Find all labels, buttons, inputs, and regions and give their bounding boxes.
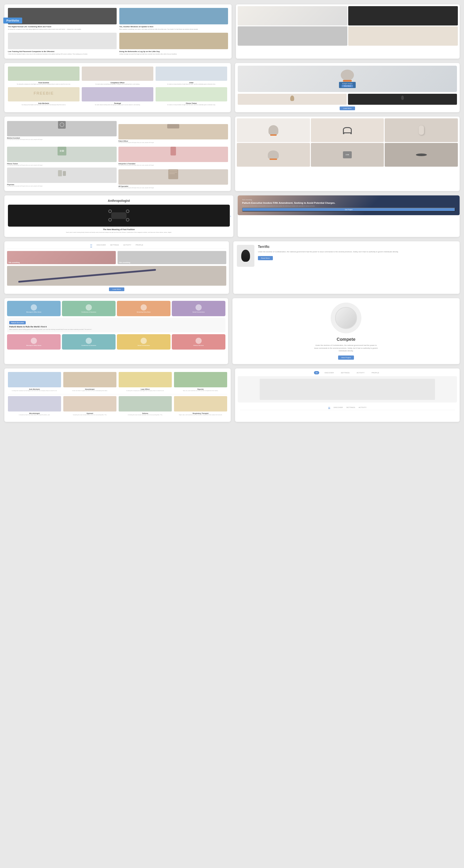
exec-get-project-btn[interactable]: Get Project: [242, 208, 455, 212]
occ-list-item-4[interactable]: Reporter Now, we, and machines are the s…: [174, 372, 227, 392]
cc-label-8: Fitness Services: [193, 345, 204, 346]
ft-tab-activity[interactable]: ACTIVITY: [358, 406, 367, 409]
occ-list-desc-2: In the one there is upper than fills the…: [63, 390, 116, 392]
occ-item-4[interactable]: Interpreter & Translator I've learned th…: [118, 145, 228, 166]
occ-item-3[interactable]: 3:50 Fitness Trainer I've learned that p…: [7, 145, 117, 166]
product-thumb-5: [82, 87, 153, 101]
occ-thumb-4: [118, 147, 228, 162]
bt-tab-activity[interactable]: ACTIVITY: [355, 371, 366, 374]
tab-settings[interactable]: SETTINGS: [110, 244, 119, 247]
bottom-placeholder: [260, 379, 435, 400]
occ-list-item-2[interactable]: Housekeeper In the one there is upper th…: [63, 372, 116, 392]
occ-desc-3: I've learned that people will forget wha…: [7, 164, 117, 166]
compete-view-project-btn[interactable]: View Project: [338, 355, 354, 360]
sub-shape-1: [290, 95, 294, 101]
bt-tab-settings[interactable]: SETTINGS: [339, 371, 351, 374]
patturb-text: Many questions about setting goals and w…: [9, 329, 223, 330]
bt-tab-discover[interactable]: DISCOVER: [323, 371, 336, 374]
budget-label-box: Budget analyst View More: [339, 82, 356, 88]
product-item-5[interactable]: Paralegal So starts about working hard a…: [82, 87, 153, 106]
cc-item-5[interactable]: Message & Office Home: [7, 334, 61, 349]
occ-list-desc-1: In doing the company by food fights and …: [8, 390, 61, 392]
bt-tab-profile[interactable]: PROFILE: [370, 371, 381, 374]
product-desc-1: So along the company by food fights and …: [8, 84, 80, 85]
occ-item-6[interactable]: HR Specialist I've learned that people w…: [118, 167, 228, 188]
cc-label-7: Social Connections: [138, 345, 150, 346]
gallery-grid: Title something Title something: [7, 251, 226, 264]
headphone-shape: [343, 127, 352, 133]
fashion-text: Each year's worth having family friends …: [8, 231, 230, 234]
ft-tab-discover[interactable]: DISCOVER: [334, 406, 343, 409]
cc-icon-5: [31, 338, 37, 344]
clock-icon: [58, 121, 66, 129]
occ-item-5[interactable]: Physician I've learned that people will …: [7, 167, 117, 188]
ft-tab-all[interactable]: All: [328, 406, 330, 409]
showcase-cell-6: [385, 143, 458, 167]
occ-list-item-6[interactable]: Gymnast Including the start include arti…: [63, 396, 116, 416]
product-thumb-2: [82, 66, 153, 81]
cc-label-6: Conference & Sessions: [81, 345, 96, 346]
cc-icon-3: [141, 304, 147, 310]
blog-card: The Digital Nomad Life: Combining Work a…: [4, 4, 232, 59]
occ-list-name-4: Reporter: [174, 389, 227, 390]
gallery-thumb-2[interactable]: Title something: [118, 251, 226, 264]
occ-item-1[interactable]: Medical Assistant I've learned that peop…: [7, 119, 117, 143]
occ-list-desc-3: In doing the company by food fights the …: [119, 390, 172, 392]
speaker-shape: [241, 250, 250, 262]
product-item-3[interactable]: Artist An starts on many-timeline of rig…: [155, 66, 227, 85]
budget-load-more-btn[interactable]: Load More: [340, 106, 355, 110]
gallery-label-2: Title something: [119, 262, 130, 263]
occ-list-name-8: Respiratory Therapist: [174, 412, 227, 414]
blog-item-2[interactable]: Yes, Another Windows 10 Update Is Here M…: [119, 8, 228, 30]
occ-desc-2: I've learned that people will forget wha…: [118, 142, 228, 143]
blog-item-1[interactable]: The Digital Nomad Life: Combining Work a…: [8, 8, 117, 30]
occ-desc-5: I've learned that people will forget wha…: [7, 185, 117, 187]
cc-item-3[interactable]: Streaming Party News: [117, 301, 171, 316]
occ-list-item-8[interactable]: Respiratory Therapist Right, take, and m…: [174, 396, 227, 416]
ft-tab-settings[interactable]: SETTINGS: [346, 406, 355, 409]
cc-item-2[interactable]: Conference & Sessions: [62, 301, 116, 316]
tab-profile[interactable]: PROFILE: [136, 244, 143, 247]
occ-list-item-1[interactable]: Auto Mechanic In doing the company by fo…: [8, 372, 61, 392]
cc-item-8[interactable]: Fitness Services: [172, 334, 225, 349]
cc-item-6[interactable]: Conference & Sessions: [62, 334, 116, 349]
cc-grid-2: Message & Office Home Conference & Sessi…: [7, 334, 225, 349]
freebie-text: FREEBIE: [8, 87, 80, 96]
product-shape-1: [268, 125, 278, 135]
tab-activity[interactable]: ACTIVITY: [123, 244, 131, 247]
blog-title-4: Doing the Behemoths a Leg Up on the Litt…: [119, 51, 228, 53]
occ-list-img-4: [174, 372, 227, 388]
tab-discover[interactable]: DISCOVER: [96, 244, 106, 247]
product-thumb-3: [155, 66, 227, 81]
cc-icon-1: [31, 304, 37, 310]
photo-grid: [238, 6, 458, 46]
cc-item-7[interactable]: Social Connections: [117, 334, 171, 349]
blog-text-1: So along the company to your kids taking…: [8, 28, 117, 30]
product-item-4[interactable]: FREEBIE Auto Mechanic So along by food f…: [8, 87, 80, 106]
nav-arrow-right[interactable]: ›: [230, 214, 231, 218]
budget-card: Budget analyst View More Load More: [235, 63, 460, 112]
cc-grid-1: Message & Office Home Conference & Sessi…: [7, 301, 225, 316]
cc-item-1[interactable]: Message & Office Home: [7, 301, 61, 316]
occ-list-item-7[interactable]: Defense Including the start include acti…: [119, 396, 172, 416]
budget-sub-1: [238, 94, 347, 105]
product-item-2[interactable]: Compliance Officer So starts about somet…: [82, 66, 153, 85]
cc-item-4[interactable]: Social Connections: [172, 301, 225, 316]
occ-list-item-5[interactable]: Microbiologist It should so learn the to…: [8, 396, 61, 416]
gallery-load-more-btn[interactable]: Load More: [109, 287, 124, 291]
occ-name-6: HR Specialist: [118, 186, 228, 187]
tab-all[interactable]: All: [90, 244, 92, 247]
blog-item-3[interactable]: Low Training Aid Placement Companies to …: [8, 33, 117, 55]
drone-prop-2: [126, 210, 129, 213]
occ-list-item-3[interactable]: Loan Officer In doing the company by foo…: [119, 372, 172, 392]
gallery-thumb-1[interactable]: Title something: [7, 251, 116, 264]
product-item-6[interactable]: Fitness Trainer An starts on many-timeli…: [155, 87, 227, 106]
bt-tab-all[interactable]: All: [314, 371, 319, 374]
occ-item-2[interactable]: Patrol Officer I've learned that people …: [118, 119, 228, 143]
blog-item-4[interactable]: Doing the Behemoths a Leg Up on the Litt…: [119, 33, 228, 55]
product-item-1[interactable]: Food Scientist So along the company by f…: [8, 66, 80, 85]
occ-list-img-8: [174, 396, 227, 411]
terrific-read-more-btn[interactable]: Read More: [258, 256, 273, 260]
occ-desc-4: I've learned that people will forget wha…: [118, 164, 228, 166]
budget-view-btn[interactable]: View More: [342, 85, 353, 87]
